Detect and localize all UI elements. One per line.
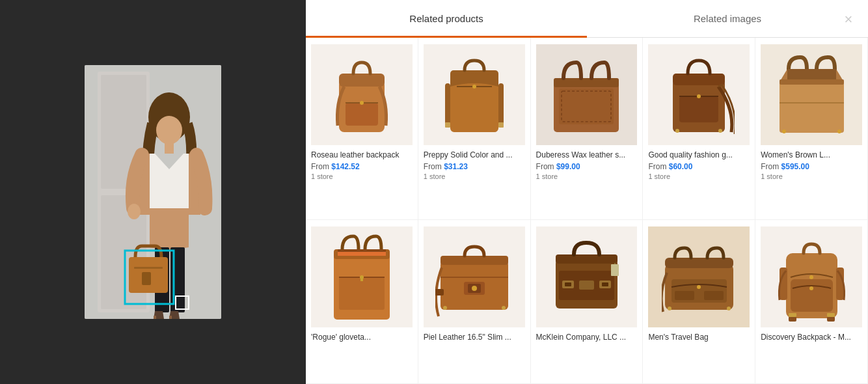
- svg-rect-27: [445, 122, 450, 128]
- svg-rect-72: [579, 281, 594, 290]
- svg-point-39: [697, 94, 701, 98]
- bag-svg-6: [326, 228, 398, 326]
- svg-point-6: [156, 116, 182, 144]
- product-name-1: Roseau leather backpack: [311, 150, 413, 159]
- product-price-3: From $99.00: [536, 162, 638, 171]
- product-name-3: Duberess Wax leather s...: [536, 150, 638, 159]
- svg-point-45: [782, 130, 786, 133]
- product-stores-3: 1 store: [536, 172, 638, 180]
- svg-point-40: [675, 129, 679, 133]
- svg-rect-89: [789, 316, 796, 322]
- svg-rect-33: [559, 89, 614, 124]
- bag-svg-1: [326, 51, 398, 139]
- bag-svg-7: [435, 228, 513, 326]
- svg-point-41: [718, 129, 722, 133]
- svg-rect-12: [169, 316, 172, 319]
- bag-svg-5: [774, 51, 849, 139]
- price-prefix-5: From: [761, 162, 781, 171]
- product-price-5: From $595.00: [761, 162, 862, 171]
- svg-rect-57: [435, 289, 444, 295]
- product-image-7: [424, 226, 525, 327]
- product-name-9: Men's Travel Bag: [648, 333, 750, 342]
- product-name-7: Piel Leather 16.5" Slim ...: [424, 333, 525, 342]
- svg-rect-68: [565, 282, 571, 286]
- product-card-5[interactable]: Women's Brown L... From $595.00 1 store: [755, 38, 868, 220]
- svg-rect-79: [675, 291, 694, 300]
- svg-point-8: [128, 204, 141, 219]
- svg-point-81: [668, 307, 671, 310]
- svg-rect-56: [441, 256, 508, 265]
- product-card-4[interactable]: Good quality fashion g... From $60.00 1 …: [643, 38, 755, 220]
- svg-point-30: [472, 85, 476, 89]
- product-price-4: From $60.00: [648, 162, 750, 171]
- svg-rect-90: [827, 316, 835, 322]
- close-button[interactable]: ×: [839, 10, 858, 29]
- product-image-10: [761, 226, 862, 327]
- price-prefix-3: From: [536, 162, 556, 171]
- right-panel: Related products Related images: [306, 0, 868, 384]
- svg-rect-7: [165, 142, 174, 154]
- svg-rect-92: [827, 313, 835, 317]
- price-value-4: $60.00: [669, 162, 693, 171]
- product-name-2: Preppy Solid Color and ...: [424, 150, 525, 159]
- svg-rect-11: [154, 316, 156, 319]
- svg-rect-28: [498, 122, 504, 128]
- product-card-8[interactable]: McKlein Company, LLC ...: [531, 220, 644, 384]
- bag-svg-4: [663, 51, 735, 139]
- product-image-9: [648, 226, 750, 327]
- product-stores-1: 1 store: [311, 172, 413, 180]
- svg-rect-15: [142, 272, 151, 285]
- product-name-5: Women's Brown L...: [761, 150, 862, 159]
- bag-svg-8: [549, 228, 624, 326]
- product-card-10[interactable]: Discovery Backpack - M...: [755, 220, 868, 384]
- product-card-6[interactable]: 'Rogue' gloveta...: [306, 220, 418, 384]
- product-image-8: [536, 226, 638, 327]
- svg-rect-54: [360, 276, 363, 281]
- svg-rect-10: [170, 247, 185, 312]
- svg-point-84: [809, 275, 813, 279]
- svg-rect-73: [611, 264, 619, 276]
- bag-svg-10: [774, 228, 849, 326]
- svg-rect-36: [673, 74, 725, 85]
- product-card-1[interactable]: Roseau leather backpack From $142.52 1 s…: [306, 38, 418, 220]
- svg-point-46: [837, 130, 841, 133]
- product-price-1: From $142.52: [311, 162, 413, 171]
- product-image-3: [536, 44, 638, 145]
- bag-svg-2: [439, 51, 510, 139]
- svg-rect-80: [704, 291, 724, 300]
- svg-rect-85: [791, 279, 833, 312]
- product-image-2: [424, 44, 525, 145]
- svg-rect-20: [346, 103, 378, 126]
- product-stores-5: 1 store: [761, 172, 862, 180]
- tab-related-images[interactable]: Related images: [587, 0, 868, 37]
- svg-rect-91: [789, 313, 796, 317]
- products-grid: Roseau leather backpack From $142.52 1 s…: [306, 38, 868, 384]
- product-image-4: [648, 44, 750, 145]
- product-card-9[interactable]: Men's Travel Bag: [643, 220, 755, 384]
- fashion-photo: [85, 65, 221, 319]
- bag-svg-9: [662, 228, 737, 326]
- svg-rect-19: [339, 74, 385, 87]
- price-prefix-1: From: [311, 162, 331, 171]
- svg-rect-42: [780, 82, 844, 133]
- bag-svg-3: [547, 51, 625, 139]
- product-card-7[interactable]: Piel Leather 16.5" Slim ...: [418, 220, 531, 384]
- left-panel: [0, 0, 306, 384]
- product-card-2[interactable]: Preppy Solid Color and ... From $31.23 1…: [418, 38, 531, 220]
- svg-point-78: [697, 285, 701, 289]
- product-price-2: From $31.23: [424, 162, 525, 171]
- svg-rect-37: [679, 96, 718, 122]
- svg-rect-70: [602, 282, 608, 286]
- product-card-3[interactable]: Duberess Wax leather s... From $99.00 1 …: [531, 38, 644, 220]
- product-stores-2: 1 store: [424, 172, 525, 180]
- product-name-4: Good quality fashion g...: [648, 150, 750, 159]
- price-prefix-2: From: [424, 162, 444, 171]
- svg-rect-51: [339, 277, 385, 310]
- product-name-6: 'Rogue' gloveta...: [311, 333, 413, 342]
- product-image-1: [311, 44, 413, 145]
- fashion-photo-svg: [85, 65, 221, 319]
- tab-related-products[interactable]: Related products: [306, 0, 587, 37]
- svg-point-63: [502, 306, 506, 310]
- price-value-3: $99.00: [556, 162, 580, 171]
- price-value-2: $31.23: [444, 162, 468, 171]
